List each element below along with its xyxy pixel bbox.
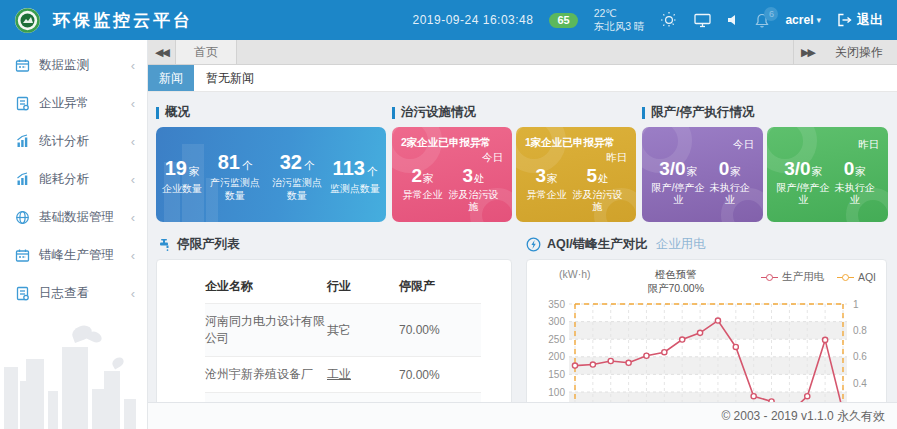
scroll-tabs-left-icon[interactable]: ◀◀ <box>148 40 176 64</box>
table-row[interactable]: 河南同力电力设计有限公司 其它 70.00% <box>205 304 481 357</box>
notification-count-badge: 6 <box>764 7 778 21</box>
section-overview: 概况 19家 企业数量 81个 产污监测点数量 <box>156 104 386 222</box>
chevron-down-icon: ▾ <box>816 15 821 25</box>
restrict-list-table: 企业名称 行业 停限产 河南同力电力设计有限公司 其它 70.00% <box>205 270 481 406</box>
logout-button[interactable]: 退出 <box>837 11 883 29</box>
restrict-list-panel: 企业名称 行业 停限产 河南同力电力设计有限公司 其它 70.00% <box>156 259 512 406</box>
stat-value: 19 <box>165 157 187 179</box>
col-industry: 行业 <box>327 270 399 304</box>
sidebar-item-data-monitoring[interactable]: 数据监测 ‹ <box>0 46 147 84</box>
news-bar: 新闻 暂无新闻 <box>148 65 897 92</box>
faucet-icon <box>156 237 171 252</box>
line-marker-icon <box>761 273 778 281</box>
sun-icon <box>660 11 678 29</box>
aqi-chart-panel: (kW·h) 橙色预警 限产70.00% 生产用电 AQI 3503002502… <box>526 259 887 411</box>
copyright-text: © 2003 - 2019 v1.1.0 永久有效 <box>721 408 885 425</box>
sidebar: 数据监测 ‹ 企业异常 ‹ 统计分析 ‹ 能耗分析 ‹ 基础数据管理 ‹ 错峰生… <box>0 40 148 429</box>
username: acrel <box>785 13 813 27</box>
legend-item-aqi[interactable]: AQI <box>837 271 876 283</box>
stat-noncompliant-enterprises: 0家 未执行企业 <box>705 158 754 207</box>
close-operations-menu[interactable]: 关闭操作 <box>821 40 897 64</box>
stat-value: 32 <box>280 151 302 173</box>
chart-legend: 生产用电 AQI <box>761 268 876 284</box>
stat-unit: 个 <box>242 159 253 171</box>
lightning-circle-icon <box>526 237 541 252</box>
production-card-today: 今日 3/0家 限产/停产企业 0家 未执行企业 <box>642 127 763 222</box>
annotation-line2: 限产70.00% <box>591 282 761 296</box>
sidebar-item-energy-analysis[interactable]: 能耗分析 ‹ <box>0 160 147 198</box>
sidebar-item-statistics[interactable]: 统计分析 ‹ <box>0 122 147 160</box>
bell-icon[interactable]: 6 <box>755 13 769 28</box>
section-aqi-compare: AQI/错峰生产对比 企业用电 (kW·h) 橙色预警 限产70.00% 生产用… <box>526 236 887 411</box>
main-content: ◀◀ 首页 ▶▶ 关闭操作 新闻 暂无新闻 概况 <box>148 40 897 429</box>
user-menu[interactable]: acrel ▾ <box>785 13 821 27</box>
svg-text:300: 300 <box>548 316 565 327</box>
stat-label: 治污监测点数量 <box>268 177 326 202</box>
chevron-left-icon: ‹ <box>131 134 135 149</box>
bar-chart-icon <box>14 133 30 149</box>
stat-label: 企业数量 <box>162 183 202 196</box>
app-title: 环保监控云平台 <box>53 9 193 32</box>
stat-unit: 个 <box>367 165 378 177</box>
sidebar-item-peak-production[interactable]: 错峰生产管理 ‹ <box>0 236 147 274</box>
stat-involved-facilities: 5处 涉及治污设施 <box>570 165 626 214</box>
calendar-icon <box>14 247 30 263</box>
chevron-left-icon: ‹ <box>131 210 135 225</box>
tab-home[interactable]: 首页 <box>176 40 237 64</box>
cell-industry: 其它 <box>327 304 399 357</box>
stat-abnormal-enterprises: 3家 异常企业 <box>527 165 567 214</box>
calendar-icon <box>14 57 30 73</box>
speaker-icon[interactable] <box>727 14 739 26</box>
dashboard: 概况 19家 企业数量 81个 产污监测点数量 <box>148 92 897 429</box>
wind-condition: 东北风3 晴 <box>594 20 645 33</box>
stat-restricted-enterprises: 3/0家 限产/停产企业 <box>776 158 830 207</box>
overview-card: 19家 企业数量 81个 产污监测点数量 32个 治污监测点数量 <box>156 127 386 222</box>
sidebar-item-enterprise-anomaly[interactable]: 企业异常 ‹ <box>0 84 147 122</box>
stat-restricted-enterprises: 3/0家 限产/停产企业 <box>651 158 705 207</box>
sidebar-item-base-data[interactable]: 基础数据管理 ‹ <box>0 198 147 236</box>
news-content: 暂无新闻 <box>206 70 254 87</box>
treatment-card-today: 2家企业已申报异常 今日 2家 异常企业 3处 涉及治污设施 <box>392 127 512 222</box>
chevron-left-icon: ‹ <box>131 248 135 263</box>
day-label: 昨日 <box>776 137 879 152</box>
svg-text:0.6: 0.6 <box>853 351 867 362</box>
sidebar-item-log-view[interactable]: 日志查看 ‹ <box>0 274 147 312</box>
svg-text:1: 1 <box>853 299 859 310</box>
logout-label: 退出 <box>857 11 883 29</box>
table-row[interactable]: 沧州宇新养殖设备厂 工业 70.00% <box>205 357 481 393</box>
stat-enterprise-count: 19家 企业数量 <box>162 157 202 196</box>
legend-item-production-power[interactable]: 生产用电 <box>761 270 824 284</box>
stat-value: 81 <box>218 151 240 173</box>
chevron-left-icon: ‹ <box>131 286 135 301</box>
file-icon <box>14 95 30 111</box>
cell-enterprise-name: 河南同力电力设计有限公司 <box>205 304 327 357</box>
file-icon <box>14 285 30 301</box>
scroll-tabs-right-icon[interactable]: ▶▶ <box>793 40 821 64</box>
sidebar-item-label: 错峰生产管理 <box>39 247 131 264</box>
y-axis-unit-label: (kW·h) <box>559 268 591 280</box>
cell-restriction: 70.00% <box>399 304 481 357</box>
line-marker-icon <box>837 273 854 281</box>
svg-text:200: 200 <box>548 351 565 362</box>
stat-unit: 家 <box>189 165 200 177</box>
news-tab[interactable]: 新闻 <box>148 65 194 91</box>
section-restrict-list: 停限产列表 企业名称 行业 停限产 <box>156 236 512 411</box>
aqi-panel-subtitle: 企业用电 <box>656 236 706 253</box>
treatment-card-yesterday: 1家企业已申报异常 昨日 3家 异常企业 5处 涉及治污设施 <box>516 127 636 222</box>
cell-industry: 工业 <box>327 357 399 393</box>
aqi-line-chart[interactable]: 35030025020015010010.80.60.40.2 <box>529 296 875 411</box>
card-headline: 2家企业已申报异常 <box>401 136 503 150</box>
sidebar-item-label: 基础数据管理 <box>39 209 131 226</box>
section-production-restriction: 限产/停产执行情况 今日 3/0家 限产/停产企业 <box>642 104 889 222</box>
monitor-icon[interactable] <box>694 13 711 28</box>
stat-monitor-points: 113个 监测点数量 <box>330 157 380 196</box>
svg-text:250: 250 <box>548 334 565 345</box>
svg-text:100: 100 <box>548 387 565 398</box>
sidebar-item-label: 日志查看 <box>39 285 131 302</box>
stat-label: 产污监测点数量 <box>206 177 264 202</box>
weather-info: 22℃ 东北风3 晴 <box>594 7 645 33</box>
stat-value: 113 <box>333 157 365 179</box>
tab-spacer <box>237 40 793 64</box>
close-operations-label: 关闭操作 <box>835 44 883 61</box>
title-marker <box>392 107 395 119</box>
